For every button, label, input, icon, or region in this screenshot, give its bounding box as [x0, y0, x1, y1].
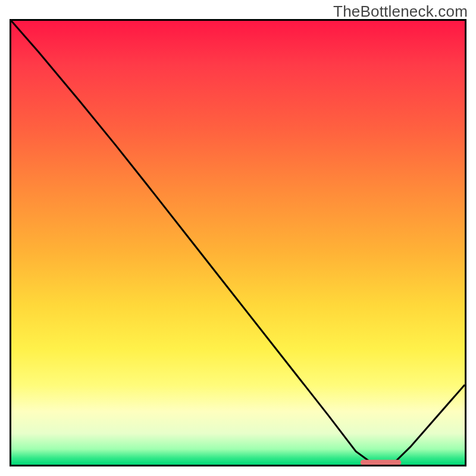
chart-svg [11, 21, 465, 465]
watermark-text: TheBottleneck.com [333, 2, 468, 21]
plot-area [10, 19, 466, 466]
bottleneck-curve-line [11, 21, 465, 465]
optimal-range-marker [361, 460, 402, 465]
